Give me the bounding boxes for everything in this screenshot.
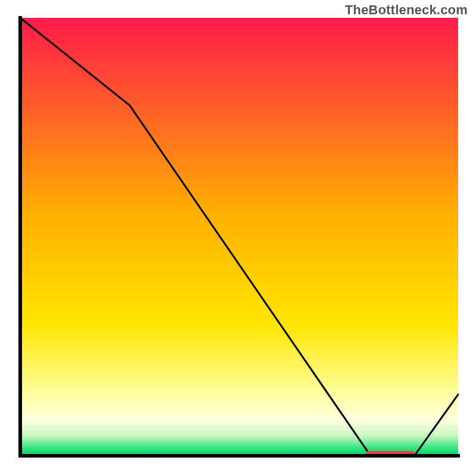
bottleneck-chart [0, 0, 476, 476]
chart-container: { "attribution": "TheBottleneck.com", "c… [0, 0, 476, 476]
plot-background [20, 18, 458, 456]
